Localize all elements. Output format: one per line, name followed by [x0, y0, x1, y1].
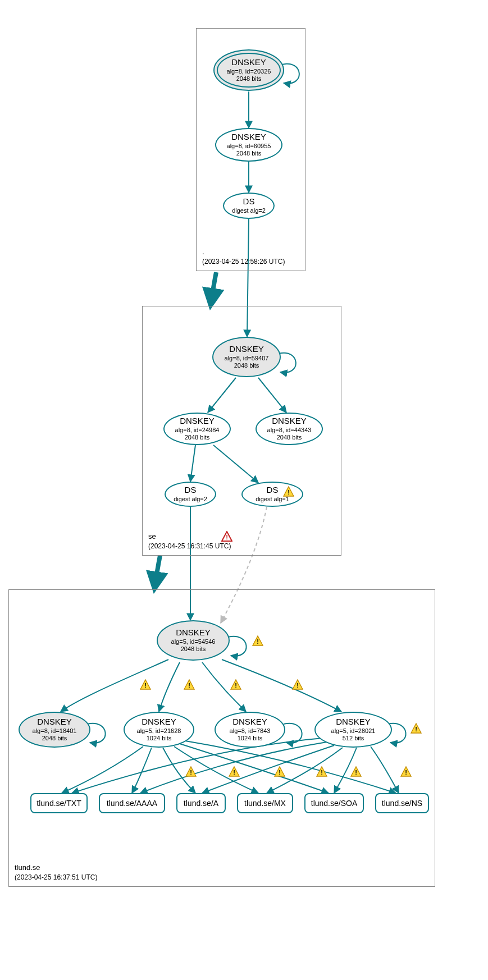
dnskey-se-zsk[interactable]: DNSKEY alg=8, id=24984 2048 bits — [163, 413, 231, 445]
svg-text:!: ! — [190, 769, 192, 776]
svg-text:!: ! — [144, 682, 147, 689]
warning-icon: ! — [411, 723, 422, 734]
record-label: tlund.se/NS — [382, 799, 422, 808]
node-bits: 2048 bits — [236, 75, 262, 83]
zone-root-label: . (2023-04-25 12:58:26 UTC) — [202, 247, 285, 266]
rrset-txt[interactable]: tlund.se/TXT — [30, 793, 88, 813]
record-label: tlund.se/SOA — [311, 799, 358, 808]
svg-text:!: ! — [279, 769, 281, 776]
error-icon: ! — [221, 531, 232, 542]
warning-icon: ! — [283, 486, 294, 497]
node-detail: alg=8, id=18401 — [33, 727, 77, 735]
svg-text:!: ! — [321, 769, 323, 776]
record-label: tlund.se/MX — [244, 799, 286, 808]
warning-icon: ! — [252, 635, 263, 647]
record-label: tlund.se/TXT — [37, 799, 81, 808]
node-detail: digest alg=2 — [174, 496, 207, 503]
node-title: DNSKEY — [176, 628, 211, 638]
node-title: DNSKEY — [231, 57, 266, 68]
node-title: DS — [185, 485, 197, 496]
node-bits: 2048 bits — [277, 434, 302, 442]
rrset-aaaa[interactable]: tlund.se/AAAA — [99, 793, 165, 813]
node-title: DNSKEY — [336, 717, 371, 727]
dnskey-tlund-7843[interactable]: DNSKEY alg=8, id=7843 1024 bits — [215, 712, 285, 748]
dnskey-tlund-ksk[interactable]: DNSKEY alg=5, id=54546 2048 bits — [157, 620, 230, 661]
ds-root[interactable]: DS digest alg=2 — [223, 193, 275, 219]
node-bits: 2048 bits — [236, 150, 262, 158]
node-title: DNSKEY — [142, 717, 176, 727]
node-detail: alg=8, id=60955 — [227, 143, 271, 150]
node-detail: alg=5, id=54546 — [171, 638, 216, 646]
dnsviz-graph: . (2023-04-25 12:58:26 UTC) se (2023-04-… — [0, 0, 488, 980]
warning-icon: ! — [274, 766, 285, 777]
svg-text:!: ! — [235, 682, 237, 689]
dnskey-tlund-21628[interactable]: DNSKEY alg=5, id=21628 1024 bits — [124, 712, 194, 748]
dnskey-root-zsk[interactable]: DNSKEY alg=8, id=60955 2048 bits — [215, 128, 282, 162]
warning-icon: ! — [184, 679, 195, 690]
warning-icon: ! — [316, 766, 327, 777]
rrset-soa[interactable]: tlund.se/SOA — [304, 793, 364, 813]
node-bits: 1024 bits — [147, 735, 172, 743]
node-detail: alg=8, id=7843 — [230, 727, 271, 735]
svg-text:!: ! — [288, 489, 290, 496]
node-bits: 2048 bits — [181, 645, 206, 653]
zone-se-timestamp: (2023-04-25 16:31:45 UTC) — [148, 542, 231, 551]
node-title: DNSKEY — [272, 416, 307, 427]
svg-text:!: ! — [233, 769, 235, 776]
node-bits: 2048 bits — [185, 434, 210, 442]
ds-se-alg2[interactable]: DS digest alg=2 — [165, 482, 216, 507]
node-title: DNSKEY — [229, 344, 264, 355]
zone-se-label: se (2023-04-25 16:31:45 UTC) — [148, 532, 231, 551]
warning-icon: ! — [140, 679, 151, 690]
node-bits: 2048 bits — [42, 735, 67, 743]
node-detail: alg=5, id=28021 — [331, 727, 376, 735]
node-bits: 2048 bits — [234, 362, 259, 370]
node-detail: digest alg=2 — [232, 207, 266, 215]
svg-text:!: ! — [188, 682, 190, 689]
dnskey-tlund-18401[interactable]: DNSKEY alg=8, id=18401 2048 bits — [19, 712, 90, 748]
node-detail: alg=8, id=24984 — [175, 427, 220, 434]
node-title: DS — [267, 485, 279, 496]
node-bits: 1024 bits — [238, 735, 263, 743]
node-title: DNSKEY — [37, 717, 72, 727]
node-bits: 512 bits — [343, 735, 364, 743]
dnskey-se-ksk[interactable]: DNSKEY alg=8, id=59407 2048 bits — [212, 337, 281, 377]
node-title: DNSKEY — [180, 416, 215, 427]
zone-tlund-timestamp: (2023-04-25 16:37:51 UTC) — [15, 873, 97, 882]
warning-icon: ! — [229, 766, 240, 777]
zone-tlund-label: tlund.se (2023-04-25 16:37:51 UTC) — [15, 863, 97, 882]
rrset-ns[interactable]: tlund.se/NS — [375, 793, 429, 813]
svg-text:!: ! — [257, 638, 259, 645]
warning-icon: ! — [350, 766, 362, 777]
node-title: DNSKEY — [231, 132, 266, 143]
dnskey-se-ext[interactable]: DNSKEY alg=8, id=44343 2048 bits — [256, 413, 323, 445]
zone-root-timestamp: (2023-04-25 12:58:26 UTC) — [202, 257, 285, 266]
warning-icon: ! — [230, 679, 241, 690]
svg-text:!: ! — [355, 769, 357, 776]
node-detail: alg=8, id=59407 — [225, 355, 269, 363]
rrset-mx[interactable]: tlund.se/MX — [237, 793, 293, 813]
dnskey-tlund-28021[interactable]: DNSKEY alg=5, id=28021 512 bits — [314, 712, 392, 748]
zone-tlund-title: tlund.se — [15, 863, 97, 873]
node-detail: alg=8, id=44343 — [267, 427, 312, 434]
zone-root-title: . — [202, 247, 285, 257]
node-title: DS — [243, 196, 255, 207]
node-title: DNSKEY — [232, 717, 267, 727]
node-detail: alg=5, id=21628 — [137, 727, 181, 735]
warning-icon: ! — [185, 766, 197, 777]
svg-text:!: ! — [415, 726, 417, 732]
rrset-a[interactable]: tlund.se/A — [176, 793, 226, 813]
record-label: tlund.se/AAAA — [107, 799, 157, 808]
svg-text:!: ! — [405, 769, 407, 776]
zone-se-title: se — [148, 532, 231, 542]
record-label: tlund.se/A — [184, 799, 218, 808]
warning-icon: ! — [400, 766, 412, 777]
warning-icon: ! — [292, 679, 303, 690]
svg-text:!: ! — [297, 682, 299, 689]
svg-text:!: ! — [226, 534, 228, 541]
node-detail: alg=8, id=20326 — [227, 68, 271, 76]
dnskey-root-ksk[interactable]: DNSKEY alg=8, id=20326 2048 bits — [213, 49, 284, 91]
